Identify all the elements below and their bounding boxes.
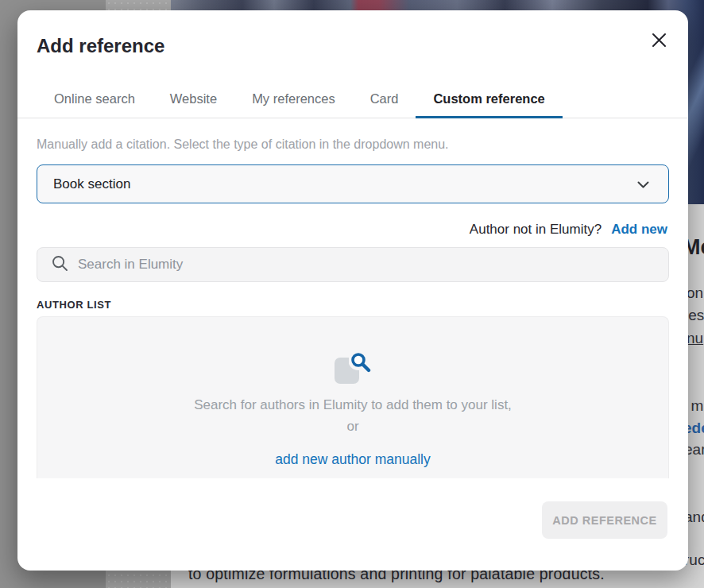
background-text-fragment: on (687, 284, 703, 302)
tab-website[interactable]: Website (153, 85, 234, 118)
tab-card[interactable]: Card (353, 85, 416, 118)
author-list-empty-text: Search for authors in Elumity to add the… (194, 397, 512, 413)
background-link-fragment: nu (687, 330, 703, 347)
close-button[interactable] (648, 31, 669, 52)
author-prompt-row: Author not in Elumity? Add new (37, 222, 667, 238)
author-search-box[interactable] (37, 247, 669, 282)
citation-type-dropdown[interactable]: Book section (37, 164, 669, 203)
author-list-label: AUTHOR LIST (37, 299, 669, 311)
citation-type-value: Book section (53, 176, 637, 192)
add-reference-button[interactable]: ADD REFERENCE (542, 501, 667, 539)
author-prompt-question: Author not in Elumity? (470, 222, 601, 238)
add-new-author-link[interactable]: Add new (611, 222, 667, 238)
close-icon (652, 33, 667, 51)
author-list-panel: Search for authors in Elumity to add the… (37, 316, 669, 478)
dialog-hint-text: Manually add a citation. Select the type… (37, 137, 669, 152)
chevron-down-icon (637, 177, 649, 191)
tab-online-search[interactable]: Online search (37, 85, 153, 118)
screen: Me on les nu , m ede ear and ruc to opti… (0, 0, 704, 588)
search-document-icon (335, 350, 371, 384)
tab-my-references[interactable]: My references (234, 85, 353, 118)
tab-custom-reference[interactable]: Custom reference (416, 85, 562, 118)
author-list-empty-or: or (346, 419, 358, 435)
search-icon (52, 255, 68, 275)
tab-bar: Online search Website My references Card… (17, 85, 688, 118)
author-search-input[interactable] (78, 257, 657, 273)
dialog-footer: ADD REFERENCE (17, 478, 688, 539)
add-author-manually-link[interactable]: add new author manually (275, 451, 431, 468)
dialog-title: Add reference (37, 35, 669, 57)
add-reference-dialog: Add reference Online search Website My r… (17, 10, 688, 571)
